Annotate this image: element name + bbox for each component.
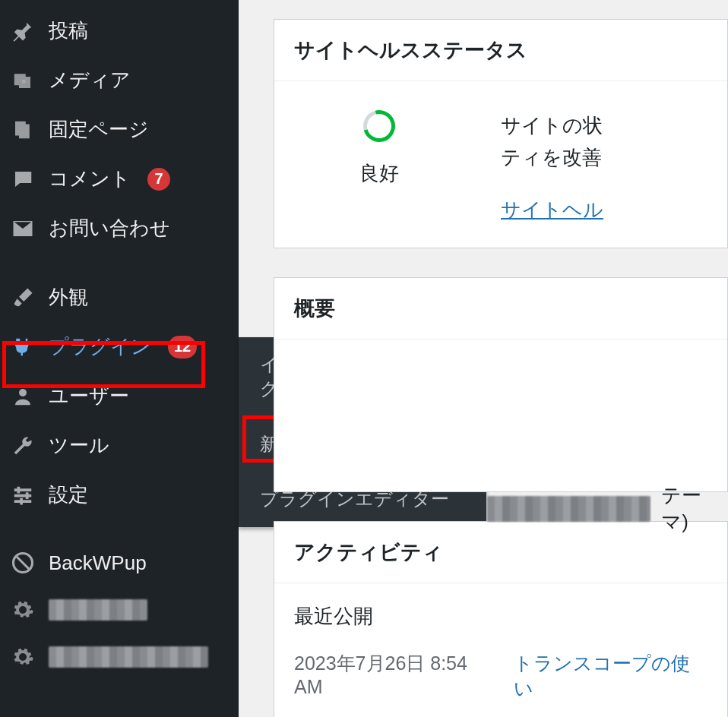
- svg-point-2: [19, 389, 27, 396]
- sidebar-item-label: 投稿: [49, 17, 88, 44]
- sidebar-item-tools[interactable]: ツール: [0, 421, 239, 470]
- page-icon: [11, 118, 35, 142]
- sidebar-item-contact[interactable]: お問い合わせ: [0, 204, 239, 253]
- mail-icon: [11, 216, 35, 241]
- wrench-icon: [11, 434, 35, 458]
- sidebar-item-plugins[interactable]: プラグイン 12: [0, 322, 239, 371]
- sidebar-item-obscured-1[interactable]: [0, 586, 239, 633]
- card-title: サイトヘルスステータス: [274, 20, 727, 81]
- menu-separator: [0, 253, 239, 273]
- plugins-badge: 12: [168, 336, 197, 358]
- pin-icon: [11, 19, 35, 43]
- obscured-label: [49, 599, 147, 621]
- sidebar-item-label: 外観: [49, 284, 88, 311]
- menu-separator: [0, 520, 239, 539]
- dashboard-content: サイトヘルスステータス 良好 サイトの状 ティを改善 サイトヘル 概要 テーマ)…: [274, 19, 728, 717]
- sidebar-item-label: ユーザー: [49, 383, 129, 409]
- sidebar-item-obscured-2[interactable]: [0, 633, 239, 681]
- sidebar-item-label: メディア: [49, 67, 131, 93]
- svg-rect-8: [20, 497, 23, 504]
- sidebar-item-label: BackWPup: [49, 551, 147, 575]
- sidebar-item-appearance[interactable]: 外観: [0, 273, 239, 322]
- sidebar-item-label: 固定ページ: [49, 116, 149, 143]
- svg-rect-7: [26, 492, 29, 499]
- activity-card: アクティビティ 最近公開 2023年7月26日 8:54 AM トランスコープの…: [274, 521, 728, 717]
- sidebar-item-label: 設定: [49, 482, 88, 508]
- health-status-circle: [357, 104, 400, 147]
- plug-icon: [11, 335, 35, 359]
- comments-badge: 7: [147, 168, 170, 191]
- sliders-icon: [11, 483, 35, 507]
- health-status-label: 良好: [359, 160, 399, 187]
- sidebar-item-users[interactable]: ユーザー: [0, 371, 239, 421]
- activity-date: 2023年7月26日 8:54 AM: [294, 651, 499, 698]
- activity-subheading: 最近公開: [294, 603, 707, 630]
- site-health-link[interactable]: サイトヘル: [501, 194, 603, 226]
- obscured-label: [49, 646, 208, 668]
- comment-icon: [11, 167, 35, 191]
- sidebar-item-label: コメント: [49, 166, 131, 192]
- sidebar-item-settings[interactable]: 設定: [0, 470, 239, 520]
- sidebar-item-comments[interactable]: コメント 7: [0, 154, 239, 204]
- brush-icon: [11, 286, 35, 310]
- svg-rect-3: [14, 488, 32, 491]
- sidebar-item-backwpup[interactable]: BackWPup: [0, 539, 239, 586]
- media-icon: [11, 68, 35, 93]
- health-desc-line: ティを改善: [501, 142, 603, 174]
- health-desc-line: サイトの状: [501, 110, 603, 142]
- overview-card: 概要 テーマ): [274, 277, 728, 492]
- gear-icon: [11, 598, 35, 622]
- site-health-card: サイトヘルスステータス 良好 サイトの状 ティを改善 サイトヘル: [274, 19, 728, 248]
- activity-post-link[interactable]: トランスコープの使い: [514, 651, 707, 701]
- svg-rect-6: [17, 486, 21, 493]
- sidebar-item-label: ツール: [49, 432, 109, 459]
- svg-rect-4: [14, 494, 32, 497]
- theme-suffix: テーマ): [661, 482, 727, 535]
- sidebar-item-pages[interactable]: 固定ページ: [0, 105, 239, 154]
- backwpup-icon: [11, 551, 35, 575]
- gear-icon: [11, 645, 35, 669]
- svg-point-0: [22, 79, 26, 83]
- card-title: 概要: [274, 278, 727, 340]
- sidebar-item-label: お問い合わせ: [49, 215, 170, 242]
- sidebar-item-label: プラグイン: [49, 333, 151, 360]
- sidebar-item-media[interactable]: メディア: [0, 55, 239, 105]
- admin-sidebar: 投稿 メディア 固定ページ コメント 7 お問い合わせ 外観: [0, 0, 239, 717]
- sidebar-item-posts[interactable]: 投稿: [0, 6, 239, 55]
- user-icon: [11, 384, 35, 409]
- obscured-theme-name: [487, 496, 650, 522]
- activity-row: 2023年7月26日 8:54 AM トランスコープの使い: [294, 651, 707, 701]
